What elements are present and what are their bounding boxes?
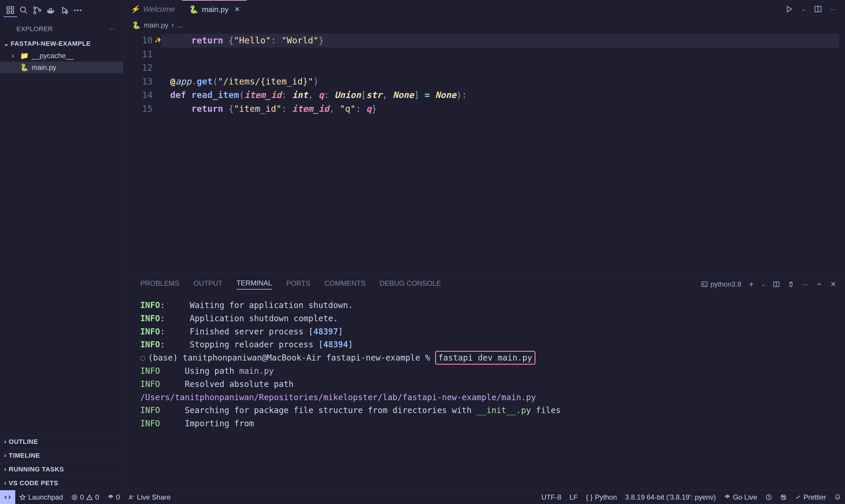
status-history-icon[interactable] [761, 490, 776, 504]
status-errors[interactable]: 0 0 [67, 490, 103, 504]
code-line[interactable] [161, 61, 845, 75]
svg-point-2 [34, 12, 36, 14]
run-dropdown-icon[interactable]: ⌄ [801, 6, 806, 12]
terminal-panel: PROBLEMS OUTPUT TERMINAL PORTS COMMENTS … [123, 273, 845, 490]
status-bar: Launchpad 0 0 0 Live Share UTF-8 LF { }P… [0, 490, 845, 504]
tab-main-py[interactable]: 🐍 main.py ✕ [182, 0, 247, 18]
svg-point-7 [80, 10, 82, 11]
svg-point-0 [20, 7, 25, 12]
section-vscode-pets[interactable]: ›VS CODE PETS [0, 476, 123, 490]
chevron-down-icon: ⌄ [3, 40, 9, 48]
remote-button[interactable] [0, 490, 15, 504]
panel-tab-terminal[interactable]: TERMINAL [236, 279, 272, 290]
explorer-icon[interactable] [3, 3, 17, 17]
terminal-dropdown-icon[interactable]: ⌄ [761, 282, 765, 287]
run-icon[interactable] [785, 5, 793, 13]
breadcrumb[interactable]: 🐍 main.py ... [123, 18, 845, 32]
code-line[interactable]: @app.get("/items/{item_id}") [161, 75, 845, 89]
line-gutter: 10 11 12 13 14 15 [123, 34, 161, 273]
terminal-more-icon[interactable]: ··· [802, 280, 808, 288]
status-launchpad[interactable]: Launchpad [15, 490, 67, 504]
code-line[interactable]: def read_item(item_id: int, q: Union[str… [161, 88, 845, 102]
status-liveshare[interactable]: Live Share [124, 490, 175, 504]
code-line[interactable]: return {"Hello": "World"} [161, 34, 845, 48]
svg-point-5 [74, 10, 76, 11]
close-icon[interactable]: ✕ [234, 5, 240, 13]
panel-tab-output[interactable]: OUTPUT [193, 279, 222, 289]
status-encoding[interactable]: UTF-8 [537, 490, 565, 504]
status-eol[interactable]: LF [565, 490, 582, 504]
code-line[interactable]: return {"item_id": item_id, "q": q} [161, 102, 845, 116]
status-interpreter[interactable]: 3.8.19 64-bit ('3.8.19': pyenv) [621, 490, 720, 504]
tab-welcome[interactable]: ⚡ Welcome [123, 0, 182, 18]
status-ports[interactable]: 0 [103, 490, 124, 504]
svg-rect-9 [702, 282, 707, 287]
svg-point-17 [784, 496, 785, 497]
section-outline[interactable]: ›OUTLINE [0, 435, 123, 449]
kill-terminal-icon[interactable] [788, 281, 794, 288]
debug-icon[interactable] [57, 3, 71, 17]
split-editor-icon[interactable] [814, 5, 822, 13]
python-file-icon: 🐍 [20, 64, 29, 72]
minimap[interactable] [839, 32, 845, 273]
close-panel-icon[interactable]: ✕ [830, 280, 836, 288]
tree-folder-pycache[interactable]: › 📁 __pycache__ [0, 50, 123, 61]
svg-point-3 [39, 9, 41, 11]
status-copilot-icon[interactable] [776, 490, 791, 504]
status-language[interactable]: { }Python [582, 490, 621, 504]
vscode-icon: ⚡ [130, 5, 140, 14]
panel-tab-comments[interactable]: COMMENTS [324, 279, 365, 289]
maximize-panel-icon[interactable] [816, 281, 823, 288]
status-golive[interactable]: Go Live [720, 490, 761, 504]
panel-tab-debug-console[interactable]: DEBUG CONSOLE [380, 279, 441, 289]
code-line[interactable] [161, 48, 845, 61]
status-prettier[interactable]: Prettier [791, 490, 830, 504]
svg-point-6 [77, 10, 79, 11]
status-bell-icon[interactable] [830, 490, 845, 504]
panel-tab-problems[interactable]: PROBLEMS [140, 279, 179, 289]
panel-tab-ports[interactable]: PORTS [286, 279, 310, 289]
svg-point-14 [727, 497, 728, 498]
new-terminal-icon[interactable]: + [749, 280, 754, 289]
section-timeline[interactable]: ›TIMELINE [0, 449, 123, 462]
copilot-sparkle-icon[interactable]: ✨ [154, 36, 162, 44]
docker-icon[interactable] [44, 3, 57, 17]
chevron-right-icon [172, 20, 174, 30]
folder-icon: 📁 [20, 52, 29, 60]
svg-point-1 [34, 7, 36, 9]
highlighted-command: fastapi dev main.py [435, 351, 536, 365]
split-terminal-icon[interactable] [773, 281, 780, 288]
more-icon[interactable] [71, 3, 85, 17]
tab-more-icon[interactable]: ··· [830, 5, 836, 13]
section-running-tasks[interactable]: ›RUNNING TASKS [0, 462, 123, 476]
terminal-output[interactable]: INFO: Waiting for application shutdown. … [123, 293, 845, 490]
search-icon[interactable] [17, 3, 31, 17]
code-editor[interactable]: 10 11 12 13 14 15 ✨ return {"Hello": "Wo… [123, 32, 845, 273]
terminal-instance-name[interactable]: python3.8 [701, 280, 741, 288]
svg-point-13 [130, 496, 131, 497]
explorer-title: EXPLORER [16, 25, 53, 33]
tab-bar: ⚡ Welcome 🐍 main.py ✕ ⌄ ··· [123, 0, 845, 18]
tree-file-main[interactable]: 🐍 main.py [0, 61, 123, 73]
source-control-icon[interactable] [31, 3, 44, 17]
python-file-icon: 🐍 [132, 21, 141, 29]
chevron-right-icon: › [12, 52, 17, 60]
explorer-more-icon[interactable]: ··· [109, 25, 115, 33]
python-file-icon: 🐍 [189, 5, 198, 14]
project-folder[interactable]: ⌄ FASTAPI-NEW-EXAMPLE [0, 38, 123, 50]
svg-point-12 [110, 497, 111, 498]
